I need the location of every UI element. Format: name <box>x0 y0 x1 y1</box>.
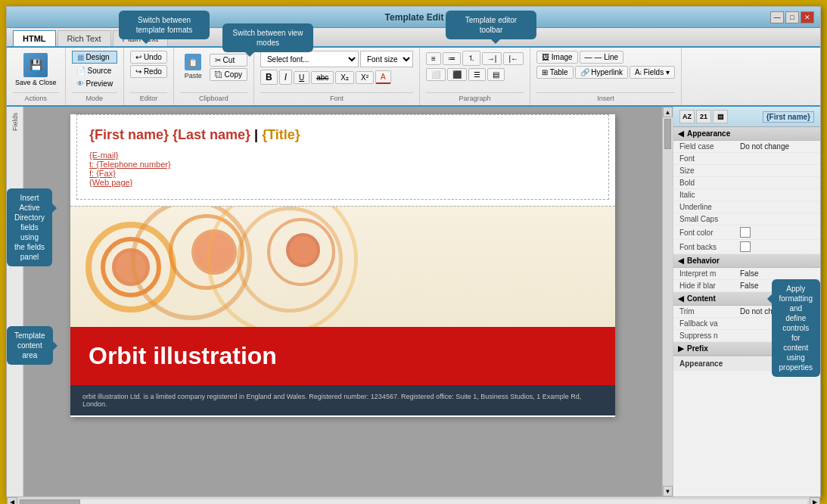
prop-sort-az-button[interactable]: AZ <box>679 110 695 123</box>
prop-font-label: Font <box>679 154 740 163</box>
prefix-label: Prefix <box>687 344 708 353</box>
scroll-down-button[interactable]: ▼ <box>663 486 673 496</box>
line-button[interactable]: — — Line <box>580 51 623 64</box>
left-sidebar: Fields <box>7 107 23 496</box>
content-scroll-wrap: {First name} {Last name} | {Title} {E-ma… <box>23 107 673 496</box>
redo-button[interactable]: ↪ Redo <box>130 65 167 78</box>
prop-fontcolor-swatch[interactable] <box>740 227 751 238</box>
prop-fontbg-label: Font backs <box>679 243 740 251</box>
scroll-right-button[interactable]: ▶ <box>810 497 820 505</box>
properties-header: AZ 21 ▤ {First name} <box>673 107 820 127</box>
align-center-button[interactable]: ⬛ <box>447 68 467 81</box>
subscript-button[interactable]: X₂ <box>335 71 354 84</box>
field-title: {Title} <box>262 127 300 142</box>
font-size-select[interactable]: Font size... <box>360 51 413 67</box>
vertical-scrollbar[interactable]: ▲ ▼ <box>662 107 673 496</box>
app-window: Template Edit — □ ✕ Switch between templ… <box>6 6 821 498</box>
template-red-bar: Orbit illustration <box>70 327 615 385</box>
prop-font-row: Font <box>673 153 820 165</box>
paste-button[interactable]: 📋 Paste <box>180 51 207 82</box>
underline-button[interactable]: U <box>294 71 309 84</box>
maximize-button[interactable]: □ <box>785 11 799 23</box>
align-left2-button[interactable]: ⬜ <box>426 68 446 81</box>
close-button[interactable]: ✕ <box>801 11 814 23</box>
behavior-label: Behavior <box>687 257 720 265</box>
ribbon: 💾 Save & Close Actions ▦ Design 📄 Source… <box>7 48 820 107</box>
ribbon-section-actions: 💾 Save & Close Actions <box>7 48 66 105</box>
content-area[interactable]: {First name} {Last name} | {Title} {E-ma… <box>23 107 662 496</box>
fields-label[interactable]: Fields <box>10 110 20 134</box>
image-button[interactable]: 🖼 Image <box>536 51 578 64</box>
tab-richtext[interactable]: Rich Text <box>58 30 111 46</box>
prop-bold-label: Bold <box>679 179 740 187</box>
template-canvas: {First name} {Last name} | {Title} {E-ma… <box>70 114 615 417</box>
list-number-button[interactable]: ⒈ <box>462 51 480 66</box>
minimize-button[interactable]: — <box>770 11 784 23</box>
title-controls: — □ ✕ <box>770 11 814 23</box>
main-body: Insert Active Directory fields using the… <box>7 107 820 496</box>
tooltip-template: Template content area <box>7 326 53 365</box>
prop-smallcaps-row: Small Caps <box>673 213 820 226</box>
indent-in-button[interactable]: →| <box>482 52 502 65</box>
scroll-up-button[interactable]: ▲ <box>663 107 673 117</box>
save-icon: 💾 <box>23 53 48 77</box>
footer-text: orbit illustration Ltd. is a limited com… <box>82 393 603 408</box>
copy-button[interactable]: ⿻ Copy <box>210 68 247 81</box>
prop-fontbg-swatch[interactable] <box>740 241 751 252</box>
appearance-section-header[interactable]: ◀ Appearance <box>673 127 820 141</box>
prop-interpret-value: False <box>740 269 814 278</box>
strikethrough-button[interactable]: abc <box>311 71 334 84</box>
template-footer: orbit illustration Ltd. is a limited com… <box>70 385 615 415</box>
editor-label: Editor <box>130 92 167 102</box>
prop-sort-num-button[interactable]: 21 <box>696 110 711 123</box>
table-button[interactable]: ⊞ Table <box>536 66 574 79</box>
prop-italic-label: Italic <box>679 191 740 199</box>
prop-bold-row: Bold <box>673 177 820 189</box>
italic-button[interactable]: I <box>279 70 292 85</box>
prop-smallcaps-label: Small Caps <box>679 215 740 223</box>
scroll-left-button[interactable]: ◀ <box>7 497 17 505</box>
cut-button[interactable]: ✂ Cut <box>210 54 247 67</box>
mode-source-button[interactable]: 📄 Source <box>72 65 118 76</box>
prop-underline-row: Underline <box>673 201 820 213</box>
font-color-button[interactable]: A <box>375 70 391 84</box>
prop-size-row: Size <box>673 165 820 177</box>
mode-design-button[interactable]: ▦ Design <box>72 51 118 64</box>
undo-button[interactable]: ↩ Undo <box>130 51 167 64</box>
prop-fontbg-row: Font backs <box>673 240 820 254</box>
prop-fallback-label: Fallback va <box>679 319 740 328</box>
content-label: Content <box>687 294 716 303</box>
tooltip-editor: Template editor toolbar <box>446 11 536 39</box>
font-select[interactable]: Select font... <box>260 51 359 67</box>
ribbon-section-font: Select font... Font size... B I U abc X₂… <box>254 48 420 105</box>
tooltip-fields: Insert Active Directory fields using the… <box>7 188 52 266</box>
scroll-thumb[interactable] <box>664 119 671 149</box>
prop-fieldcase-row: Field case Do not change <box>673 141 820 153</box>
align-justify-button[interactable]: ▤ <box>487 68 505 81</box>
scroll-h-thumb[interactable] <box>20 499 80 505</box>
align-left-button[interactable]: ≡ <box>426 52 441 65</box>
prop-interpret-label: Interpret m <box>679 269 740 278</box>
prop-fieldcase-label: Field case <box>679 142 740 151</box>
indent-out-button[interactable]: |← <box>503 52 524 65</box>
template-illustration <box>70 206 615 327</box>
bold-button[interactable]: B <box>260 70 278 85</box>
prop-interpret-row: Interpret m False <box>673 268 820 280</box>
prop-category-button[interactable]: ▤ <box>713 110 728 123</box>
prop-hideif-label: Hide if blar <box>679 282 740 290</box>
ribbon-section-insert: 🖼 Image — — Line ⊞ Table 🔗 Hyperlink Aᵢ … <box>530 48 682 105</box>
behavior-section-header[interactable]: ◀ Behavior <box>673 254 820 268</box>
prop-underline-label: Underline <box>679 203 740 211</box>
prop-fontcolor-label: Font color <box>679 229 740 237</box>
tooltip-formats: Switch between template formats <box>119 11 210 39</box>
hyperlink-button[interactable]: 🔗 Hyperlink <box>575 66 628 79</box>
superscript-button[interactable]: X² <box>356 71 374 84</box>
list-bullet-button[interactable]: ≔ <box>443 52 461 65</box>
appearance-collapse-icon: ◀ <box>678 129 684 138</box>
paragraph-label: Paragraph <box>426 92 524 102</box>
save-close-button[interactable]: 💾 Save & Close <box>13 51 59 89</box>
mode-preview-button[interactable]: 👁 Preview <box>72 78 118 89</box>
fields-button[interactable]: Aᵢ Fields ▾ <box>630 66 675 79</box>
align-right-button[interactable]: ☰ <box>468 68 486 81</box>
tab-html[interactable]: HTML <box>13 30 56 46</box>
